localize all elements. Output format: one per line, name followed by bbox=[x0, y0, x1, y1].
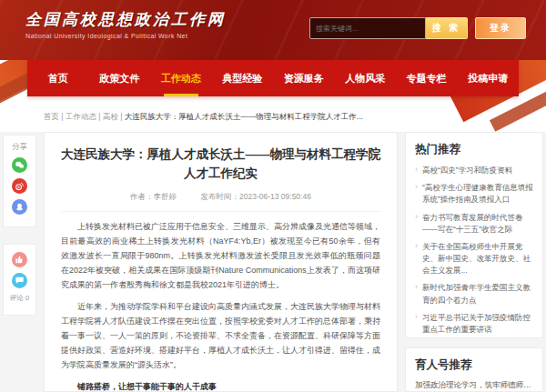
article-author: 作者：李舒婷 bbox=[130, 192, 177, 201]
comment-count: 评论 0 bbox=[4, 294, 35, 303]
breadcrumb[interactable]: 首页 | 工作动态 | 高校 | 大连民族大学：厚植人才成长沃土——物理与材料工… bbox=[44, 112, 363, 123]
nav-item-people[interactable]: 人物风采 bbox=[335, 60, 397, 96]
article-paragraph: 近年来，为推动学院学科和平台建设向高质量内涵式发展，大连民族大学物理与材料工程学… bbox=[61, 299, 380, 372]
weibo-icon bbox=[15, 181, 25, 191]
qq-share-button[interactable] bbox=[12, 199, 27, 215]
yuren-recommendations-card: 育人号推荐 加强政治理论学习，筑牢师德师风底线 黄淮学院机械工程学院... 20… bbox=[405, 347, 543, 392]
chevron-right-icon: › bbox=[415, 211, 418, 224]
search-bar: 搜 索 bbox=[309, 17, 468, 39]
hot-recommendations-title: 热门推荐 bbox=[415, 142, 533, 157]
article-card: 大连民族大学：厚植人才成长沃土——物理与材料工程学院人才工作纪实 作者：李舒婷 … bbox=[44, 132, 398, 392]
site-logo[interactable]: 全国高校思想政治工作网 National University Ideologi… bbox=[25, 9, 226, 39]
feedback-panel: 评论 0 bbox=[3, 244, 36, 316]
hot-item-label: 习近平总书记关于加强疫情防控重点工作的重要讲话 bbox=[422, 313, 531, 334]
share-label: 分享 bbox=[4, 142, 35, 153]
nav-item-work-news[interactable]: 工作动态 bbox=[150, 60, 212, 96]
article-title: 大连民族大学：厚植人才成长沃土——物理与材料工程学院人才工作纪实 bbox=[61, 146, 380, 184]
wechat-icon bbox=[15, 160, 25, 170]
hot-list-item[interactable]: ›高校“四史”学习和防疫资料 bbox=[415, 165, 533, 176]
wechat-share-button[interactable] bbox=[12, 157, 27, 173]
nav-item-submit[interactable]: 投稿申请 bbox=[458, 60, 520, 96]
hot-recommendations-list: ›高校“四史”学习和防疫资料 ›“高校学生心理健康教育信息填报系统”操作指南及填… bbox=[415, 165, 533, 338]
hot-item-label: 奋力书写教育发展的时代答卷——写在“十三五”收官之际 bbox=[422, 213, 523, 234]
top-banner: 全国高校思想政治工作网 National University Ideologi… bbox=[0, 0, 546, 60]
like-button[interactable] bbox=[12, 252, 27, 267]
chevron-right-icon: › bbox=[415, 240, 418, 253]
chevron-right-icon: › bbox=[415, 164, 418, 176]
nav-item-resources[interactable]: 资源服务 bbox=[273, 60, 335, 96]
thumbs-up-icon bbox=[15, 255, 25, 265]
article-paragraph: 上转换发光材料已被广泛应用于信息安全、三维显示、高分辨成像及光通信等领域，目前最… bbox=[61, 219, 380, 292]
breadcrumb-current: 大连民族大学：厚植人才成长沃土——物理与材料工程学院人才工作... bbox=[125, 112, 363, 121]
page: 全国高校思想政治工作网 National University Ideologi… bbox=[0, 0, 546, 392]
site-title: 全国高校思想政治工作网 bbox=[25, 9, 226, 30]
login-button[interactable]: 登录 bbox=[475, 17, 526, 39]
site-subtitle: National University Ideological & Politi… bbox=[25, 33, 226, 39]
nav-item-home[interactable]: 首页 bbox=[27, 60, 89, 96]
chevron-right-icon: › bbox=[415, 281, 418, 294]
comment-icon bbox=[15, 276, 25, 286]
weibo-share-button[interactable] bbox=[12, 178, 27, 194]
search-input[interactable] bbox=[309, 17, 426, 39]
yuren-recommendations-title: 育人号推荐 bbox=[415, 357, 533, 373]
nav-item-experience[interactable]: 典型经验 bbox=[212, 60, 274, 96]
chevron-right-icon: › bbox=[415, 311, 418, 324]
main-nav: 首页 政策文件 工作动态 典型经验 资源服务 人物风采 专题专栏 投稿申请 bbox=[27, 60, 519, 96]
search-button[interactable]: 搜 索 bbox=[426, 17, 468, 39]
hot-item-label: “高校学生心理健康教育信息填报系统”操作指南及填报入口 bbox=[422, 183, 533, 204]
nav-item-policy[interactable]: 政策文件 bbox=[89, 60, 151, 96]
nav-item-special[interactable]: 专题专栏 bbox=[396, 60, 458, 96]
hot-list-item[interactable]: ›关于在全国高校师生中开展党史、新中国史、改革开放史、社会主义发展... bbox=[415, 241, 533, 277]
hot-list-item[interactable]: ›奋力书写教育发展的时代答卷——写在“十三五”收官之际 bbox=[415, 212, 533, 236]
article-subheading: 铺路搭桥，让想干事能干事的人干成事 bbox=[61, 379, 380, 392]
chevron-right-icon: › bbox=[415, 181, 418, 194]
hot-list-item[interactable]: ›“高校学生心理健康教育信息填报系统”操作指南及填报入口 bbox=[415, 182, 533, 206]
article-meta: 作者：李舒婷 发布时间：2023-06-13 09:50:46 bbox=[61, 192, 380, 212]
hot-recommendations-card: 热门推荐 ›高校“四史”学习和防疫资料 ›“高校学生心理健康教育信息填报系统”操… bbox=[405, 132, 543, 338]
article-publish-time: 发布时间：2023-06-13 09:50:46 bbox=[200, 192, 310, 201]
comment-button[interactable] bbox=[12, 273, 27, 288]
hot-item-label: 关于在全国高校师生中开展党史、新中国史、改革开放史、社会主义发展... bbox=[422, 242, 531, 275]
hot-item-label: 高校“四史”学习和防疫资料 bbox=[422, 166, 512, 175]
yuren-item-title: 加强政治理论学习，筑牢师德师风底线 bbox=[415, 380, 533, 391]
hot-list-item[interactable]: ›习近平总书记关于加强疫情防控重点工作的重要讲话 bbox=[415, 312, 533, 336]
hot-list-item[interactable]: ›新时代加强青年学生爱国主义教育的四个着力点 bbox=[415, 282, 533, 306]
hot-item-label: 新时代加强青年学生爱国主义教育的四个着力点 bbox=[422, 283, 531, 304]
qq-icon bbox=[15, 202, 25, 212]
share-panel: 分享 bbox=[3, 135, 36, 227]
yuren-list-item[interactable]: 加强政治理论学习，筑牢师德师风底线 黄淮学院机械工程学院... 2021-11-… bbox=[415, 380, 533, 392]
breadcrumb-prefix[interactable]: 首页 | 工作动态 | 高校 | bbox=[44, 112, 125, 121]
